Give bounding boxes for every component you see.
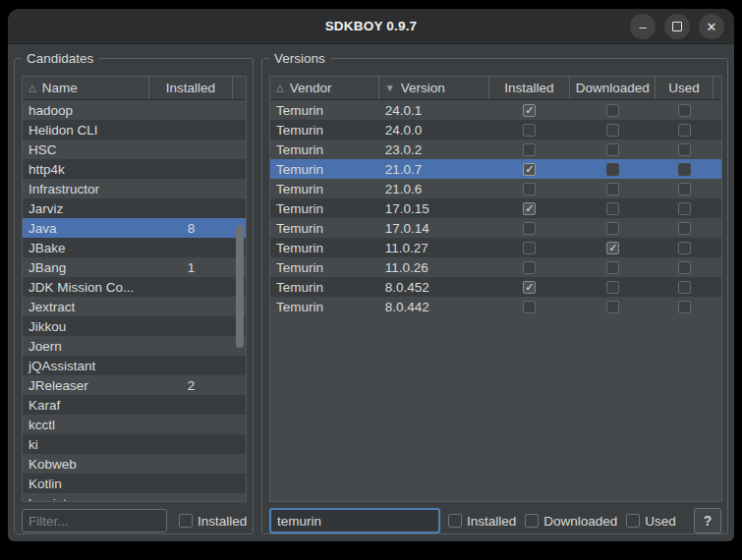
version-number: 21.0.7 (379, 162, 489, 177)
downloaded-checkbox[interactable] (606, 202, 619, 215)
used-cell (656, 242, 713, 254)
downloaded-checkbox[interactable] (606, 261, 619, 274)
table-row[interactable]: JBang1 (23, 257, 246, 277)
table-row[interactable]: Temurin23.0.2 (270, 140, 721, 159)
table-row[interactable]: ki (23, 434, 246, 454)
downloaded-checkbox[interactable] (606, 222, 619, 235)
minimize-button[interactable]: – (630, 14, 656, 39)
used-checkbox[interactable] (678, 124, 691, 137)
column-header-version[interactable]: ▼ Version (379, 77, 489, 99)
maximize-button[interactable] (664, 14, 690, 39)
table-row[interactable]: Temurin11.0.27✓ (270, 238, 721, 257)
versions-table-body: Temurin24.0.1✓Temurin24.0.0Temurin23.0.2… (270, 100, 721, 501)
installed-checkbox[interactable] (523, 261, 536, 274)
used-checkbox[interactable] (678, 242, 691, 254)
used-checkbox[interactable] (678, 222, 691, 235)
table-row[interactable]: Jextract (23, 297, 246, 316)
candidates-filter-input[interactable] (22, 509, 167, 532)
versions-downloaded-checkbox[interactable] (525, 514, 539, 528)
table-row[interactable]: Temurin8.0.442 (270, 297, 721, 316)
used-cell (656, 261, 713, 274)
installed-checkbox[interactable] (523, 143, 536, 156)
column-header-gutter (713, 77, 721, 99)
installed-checkbox[interactable] (523, 242, 536, 254)
used-checkbox[interactable] (678, 301, 691, 313)
installed-checkbox[interactable] (523, 183, 536, 196)
installed-checkbox[interactable]: ✓ (523, 104, 536, 117)
downloaded-checkbox[interactable] (606, 301, 619, 313)
versions-search-input[interactable] (269, 508, 440, 533)
installed-cell (489, 124, 571, 137)
table-row[interactable]: Temurin21.0.7✓ (270, 159, 721, 179)
table-row[interactable]: Java8 (23, 218, 246, 238)
table-row[interactable]: Temurin8.0.452✓ (270, 277, 721, 297)
used-checkbox[interactable] (678, 202, 691, 215)
used-cell (656, 124, 713, 137)
installed-checkbox[interactable] (523, 124, 536, 137)
table-row[interactable]: Infrastructor (23, 179, 246, 198)
column-header-name[interactable]: △ Name (23, 77, 149, 99)
installed-checkbox[interactable] (523, 301, 536, 313)
used-checkbox[interactable] (678, 261, 691, 274)
close-button[interactable]: ✕ (699, 14, 724, 39)
table-row[interactable]: kcctl (23, 415, 246, 434)
table-row[interactable]: http4k (23, 159, 246, 179)
table-row[interactable]: Temurin11.0.26 (270, 257, 721, 277)
table-row[interactable]: Kobweb (23, 454, 246, 474)
table-row[interactable]: Temurin21.0.6 (270, 179, 721, 198)
column-header-gutter (233, 77, 246, 99)
installed-checkbox[interactable]: ✓ (523, 163, 536, 176)
vertical-scrollbar-thumb[interactable] (236, 225, 244, 348)
app-window: SDKBOY 0.9.7 – ✕ Candidates △ Name (8, 9, 734, 541)
used-checkbox[interactable] (678, 143, 691, 156)
table-row[interactable]: Temurin24.0.0 (270, 120, 721, 140)
downloaded-checkbox[interactable] (606, 281, 619, 294)
table-row[interactable]: Temurin17.0.14 (270, 218, 721, 238)
column-header-installed[interactable]: Installed (149, 77, 233, 99)
table-row[interactable]: Karaf (23, 395, 246, 415)
candidates-installed-checkbox[interactable] (179, 514, 193, 528)
table-row[interactable]: HSC (23, 140, 246, 159)
table-row[interactable]: Temurin24.0.1✓ (270, 100, 721, 120)
used-checkbox[interactable] (678, 163, 691, 176)
help-button[interactable]: ? (694, 508, 721, 533)
downloaded-checkbox[interactable] (606, 124, 619, 137)
version-vendor: Temurin (270, 221, 379, 236)
downloaded-checkbox[interactable] (606, 143, 619, 156)
candidate-name: Jarviz (23, 201, 149, 216)
downloaded-checkbox[interactable]: ✓ (606, 242, 619, 254)
table-row[interactable]: Jikkou (23, 316, 246, 336)
titlebar[interactable]: SDKBOY 0.9.7 – ✕ (8, 9, 734, 44)
column-header-downloaded[interactable]: Downloaded (570, 77, 656, 99)
downloaded-checkbox[interactable] (606, 183, 619, 196)
table-row[interactable]: Temurin17.0.15✓ (270, 198, 721, 218)
installed-checkbox[interactable]: ✓ (523, 281, 536, 294)
table-row[interactable]: kscript (23, 493, 246, 501)
main-content: Candidates △ Name Installed hadoopHelido… (8, 44, 734, 541)
used-checkbox[interactable] (678, 183, 691, 196)
used-cell (656, 104, 713, 117)
table-row[interactable]: hadoop (23, 100, 246, 120)
column-header-used[interactable]: Used (656, 77, 713, 99)
downloaded-checkbox[interactable] (606, 104, 619, 117)
downloaded-checkbox[interactable] (606, 163, 619, 176)
column-header-vendor[interactable]: △ Vendor (270, 77, 379, 99)
used-checkbox[interactable] (678, 104, 691, 117)
installed-checkbox[interactable] (523, 222, 536, 235)
table-row[interactable]: jQAssistant (23, 356, 246, 375)
column-header-installed[interactable]: Installed (489, 77, 571, 99)
table-row[interactable]: JReleaser2 (23, 375, 246, 395)
candidate-name: Karaf (23, 398, 149, 413)
installed-cell: ✓ (489, 281, 571, 294)
installed-checkbox[interactable]: ✓ (523, 202, 536, 215)
versions-used-checkbox[interactable] (626, 514, 640, 528)
versions-installed-checkbox[interactable] (448, 514, 462, 528)
table-row[interactable]: Kotlin (23, 474, 246, 493)
table-row[interactable]: JBake (23, 238, 246, 257)
used-checkbox[interactable] (678, 281, 691, 294)
table-row[interactable]: JDK Mission Co... (23, 277, 246, 297)
table-row[interactable]: Joern (23, 336, 246, 356)
table-row[interactable]: Helidon CLI (23, 120, 246, 140)
column-header-version-label: Version (401, 81, 445, 95)
table-row[interactable]: Jarviz (23, 198, 246, 218)
